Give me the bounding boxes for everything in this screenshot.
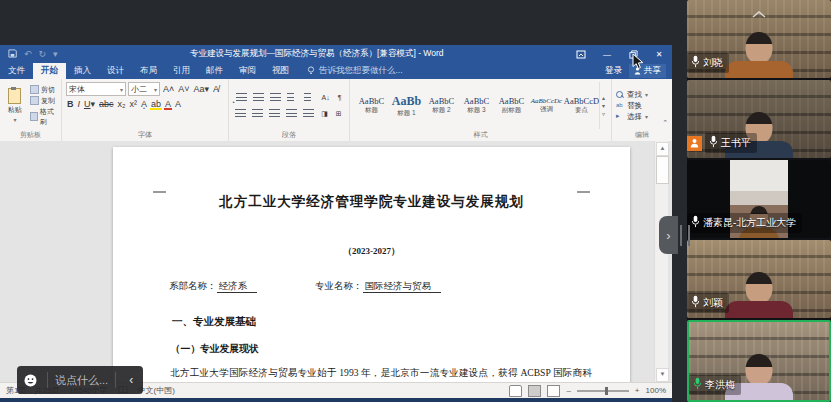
align-left-icon[interactable]	[235, 109, 246, 118]
tab-2[interactable]: 插入	[66, 63, 99, 79]
styles-more-icon[interactable]: ▿	[602, 110, 605, 117]
tab-4[interactable]: 布局	[132, 63, 165, 79]
language-indicator[interactable]: 中文(中国)	[138, 385, 175, 396]
tab-7[interactable]: 审阅	[231, 63, 264, 79]
editing-item[interactable]: 查找 ▾	[616, 90, 668, 100]
editing-item[interactable]: 选择 ▾	[616, 112, 668, 122]
tab-8[interactable]: 视图	[264, 63, 297, 79]
participant-tile[interactable]: 王书平	[687, 80, 831, 158]
panel-resize-grip[interactable]	[680, 225, 690, 246]
document-page[interactable]: 北方工业大学经济管理学院专业建设与发展规划 （2023-2027） 系部名称：经…	[113, 147, 630, 383]
close-button[interactable]: ✕	[646, 45, 672, 63]
tab-file[interactable]: 文件	[0, 63, 33, 79]
read-mode-icon[interactable]	[509, 385, 522, 397]
font-size-select[interactable]: 小二▾	[128, 82, 160, 96]
cut-button[interactable]: 剪切	[30, 85, 57, 95]
tab-1[interactable]: 开始	[33, 63, 66, 79]
strikethrough-icon[interactable]: abc	[98, 98, 115, 110]
bold-icon[interactable]: B	[66, 98, 75, 110]
tab-3[interactable]: 设计	[99, 63, 132, 79]
scroll-down-icon[interactable]: ▼	[656, 368, 669, 382]
align-right-icon[interactable]	[269, 109, 280, 118]
participant-name: 潘素昆-北方工业大学	[703, 216, 796, 230]
save-icon[interactable]	[8, 49, 17, 60]
minimize-button[interactable]: —	[594, 45, 620, 63]
emoji-icon[interactable]	[21, 373, 40, 388]
font-name-select[interactable]: 宋体▾	[66, 82, 126, 96]
editing-item-icon	[616, 113, 624, 121]
bullets-icon[interactable]	[236, 93, 247, 102]
align-center-icon[interactable]	[252, 109, 263, 118]
redo-icon[interactable]: ↻	[39, 49, 47, 59]
style-preview: AaBbCcD	[564, 96, 599, 106]
chat-collapse-button[interactable]: ‹	[123, 373, 139, 387]
editing-item[interactable]: 替换	[616, 101, 668, 111]
shrink-font-icon[interactable]: A˅	[177, 83, 190, 95]
style-item[interactable]: AaBbC 副标题	[494, 82, 529, 129]
vertical-scrollbar[interactable]: ▲ ▼	[654, 141, 668, 383]
zoom-in-icon[interactable]: +	[635, 386, 640, 395]
ribbon-display-options-icon[interactable]	[568, 45, 594, 63]
font-color-icon[interactable]: A	[164, 98, 172, 110]
zoom-level[interactable]: 100%	[646, 386, 666, 395]
numbering-icon[interactable]	[253, 93, 264, 102]
undo-icon[interactable]: ↶	[24, 49, 32, 59]
chevron-up-icon[interactable]	[752, 4, 766, 22]
chat-input[interactable]: 说点什么...	[55, 373, 108, 388]
participant-tile[interactable]: 李洪梅	[687, 320, 831, 402]
grow-font-icon[interactable]: A˄	[162, 83, 175, 95]
styles-scroll-down-icon[interactable]: ▾	[602, 102, 605, 109]
style-item[interactable]: AaBbC 标题 3	[459, 82, 494, 129]
web-layout-icon[interactable]	[547, 385, 560, 397]
format-painter-button[interactable]: 格式刷	[30, 107, 57, 127]
style-item[interactable]: AaBbC 标题	[354, 82, 389, 129]
participant-tile[interactable]: 潘素昆-北方工业大学	[687, 160, 831, 238]
style-item[interactable]: AaBbCcDc 强调	[529, 82, 564, 129]
character-shading-icon[interactable]: A	[174, 98, 182, 110]
participant-name: 王书平	[721, 136, 751, 150]
zoom-out-icon[interactable]: –	[566, 386, 570, 395]
tell-me-box[interactable]: 告诉我您想要做什么...	[307, 63, 403, 79]
highlight-color-icon[interactable]: ab	[150, 98, 162, 110]
justify-icon[interactable]	[286, 109, 297, 118]
scrollbar-thumb[interactable]	[656, 156, 669, 184]
lightbulb-icon	[307, 66, 315, 77]
show-marks-icon[interactable]: ¶	[337, 92, 343, 104]
subscript-icon[interactable]: x₂	[117, 98, 127, 110]
zoom-slider[interactable]	[577, 390, 629, 392]
sort-icon[interactable]: A↓	[321, 92, 331, 104]
participant-tile[interactable]: 刘晓	[687, 0, 831, 78]
collapse-ribbon-icon[interactable]: ⌃	[662, 119, 668, 127]
ribbon: 粘贴 ▾ 剪切 复制 格式刷 剪贴板 宋体▾ 小二▾	[0, 79, 672, 142]
sign-in-button[interactable]: 登录	[605, 65, 622, 77]
clear-formatting-icon[interactable]: A̸	[212, 83, 220, 95]
tab-5[interactable]: 引用	[165, 63, 198, 79]
styles-group: AaBbC 标题 AaBb 标题 1 AaBbC 标题 2 AaBbC 标题 3…	[350, 79, 612, 141]
italic-icon[interactable]: I	[76, 98, 81, 110]
text-effects-icon[interactable]: A̟	[140, 98, 148, 110]
scroll-up-icon[interactable]: ▲	[656, 142, 669, 156]
style-item[interactable]: AaBb 标题 1	[389, 82, 424, 129]
shading-icon[interactable]: ◨	[320, 108, 329, 120]
print-layout-icon[interactable]	[528, 385, 541, 397]
collapse-panel-handle[interactable]: ›	[659, 216, 678, 254]
multilevel-list-icon[interactable]	[270, 93, 281, 102]
style-item[interactable]: AaBbCcD 要点	[564, 82, 599, 129]
paste-button[interactable]: 粘贴 ▾	[4, 82, 26, 129]
underline-icon[interactable]: U▾	[83, 98, 96, 110]
participant-tile[interactable]: 刘颖	[687, 240, 831, 318]
superscript-icon[interactable]: x²	[129, 98, 139, 110]
styles-scroll-up-icon[interactable]: ▴	[602, 94, 605, 101]
microphone-icon	[691, 54, 700, 72]
zoom-slider-thumb[interactable]	[605, 387, 608, 395]
tab-6[interactable]: 邮件	[198, 63, 231, 79]
style-label: 标题 2	[432, 106, 450, 115]
decrease-indent-icon[interactable]	[287, 93, 298, 102]
style-item[interactable]: AaBbC 标题 2	[424, 82, 459, 129]
increase-indent-icon[interactable]	[304, 93, 315, 102]
customize-qat-icon[interactable]: ▾	[53, 49, 58, 59]
copy-button[interactable]: 复制	[30, 96, 57, 106]
change-case-icon[interactable]: Aa▾	[193, 83, 211, 95]
borders-icon[interactable]: ⊞	[335, 108, 343, 120]
line-spacing-icon[interactable]	[303, 109, 314, 118]
